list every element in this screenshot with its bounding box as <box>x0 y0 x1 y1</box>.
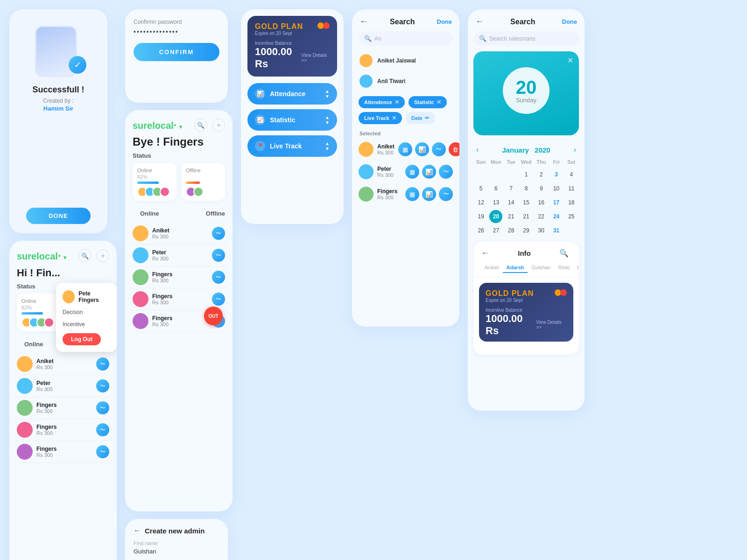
close-icon[interactable]: ✕ <box>567 56 573 65</box>
cal-cell[interactable]: 15 <box>520 196 533 209</box>
action-btn-3[interactable]: 〜 <box>439 187 453 201</box>
cal-cell[interactable]: 12 <box>474 196 487 209</box>
cal-cell[interactable] <box>474 168 487 181</box>
action-btn-1[interactable]: ▦ <box>405 187 419 201</box>
prev-month-btn[interactable]: ‹ <box>476 146 479 154</box>
cal-cell[interactable]: 27 <box>489 224 502 237</box>
sl-caret-icon[interactable]: ▾ <box>63 254 66 261</box>
cal-cell[interactable]: 16 <box>535 196 548 209</box>
back-icon[interactable]: ← <box>481 248 489 258</box>
tab-gulshan[interactable]: Gulshan <box>528 263 554 273</box>
done-button[interactable]: Done <box>437 18 452 25</box>
cal-cell[interactable]: 30 <box>535 224 548 237</box>
done-button[interactable]: DONE <box>26 208 91 224</box>
cal-cell[interactable]: 19 <box>474 210 487 223</box>
cal-cell[interactable]: 18 <box>565 196 578 209</box>
user-action-btn[interactable]: 〜 <box>96 445 109 458</box>
cal-cell[interactable]: 11 <box>565 182 578 195</box>
dropdown-decision[interactable]: Decison <box>56 306 117 318</box>
user-action-btn[interactable]: 〜 <box>212 293 225 306</box>
search-input[interactable]: Search salesmans <box>489 35 536 42</box>
next-month-btn[interactable]: › <box>574 146 576 154</box>
cal-search-input-wrap[interactable]: 🔍 Search salesmans <box>473 31 579 46</box>
action-btn-2[interactable]: 📊 <box>415 142 429 156</box>
edit-icon[interactable]: ✏ <box>425 115 430 121</box>
cal-cell[interactable]: 29 <box>520 224 533 237</box>
search-result-anil[interactable]: Anil Tiwari <box>352 71 459 91</box>
cal-cell[interactable]: 25 <box>565 210 578 223</box>
user-action-btn[interactable]: 〜 <box>96 357 109 371</box>
cal-cell[interactable] <box>565 224 578 237</box>
attendence-chip[interactable]: Attendence ✕ <box>359 96 405 108</box>
cal-cell[interactable]: 1 <box>520 168 533 181</box>
back-icon[interactable]: ← <box>475 17 484 27</box>
search-input[interactable]: An <box>374 35 381 42</box>
chip-close-icon[interactable]: ✕ <box>395 99 399 105</box>
user-action-btn[interactable]: 〜 <box>212 271 225 284</box>
done-button[interactable]: Done <box>562 18 578 25</box>
cal-cell[interactable]: 28 <box>505 224 518 237</box>
search-icon[interactable]: 🔍 <box>194 119 207 132</box>
livetrack-chip[interactable]: Live Track ✕ <box>359 112 402 124</box>
search-icon[interactable]: 🔍 <box>559 249 569 258</box>
search-input-wrap[interactable]: 🔍 An <box>359 31 453 46</box>
cal-cell[interactable]: 24 <box>550 210 563 223</box>
cal-cell[interactable]: 7 <box>505 182 518 195</box>
date-chip[interactable]: Date ✏ <box>406 112 435 124</box>
action-btn-3[interactable]: 〜 <box>439 165 453 179</box>
cal-cell[interactable]: 10 <box>550 182 563 195</box>
cal-cell[interactable] <box>489 168 502 181</box>
back-icon[interactable]: ← <box>359 17 368 27</box>
add-icon[interactable]: ＋ <box>96 249 109 262</box>
livetrack-menu-item[interactable]: 📍 Live Track ▲ ▼ <box>247 135 337 157</box>
user-action-btn[interactable]: 〜 <box>212 249 225 262</box>
cal-cell[interactable]: 3 <box>550 168 563 181</box>
attendance-menu-item[interactable]: 📊 Attendance ▲ ▼ <box>247 83 337 105</box>
dropdown-incentive[interactable]: Incentive <box>56 318 117 330</box>
tab-rinki[interactable]: Rinki <box>554 263 573 273</box>
logout-button[interactable]: Log Out <box>63 333 101 345</box>
statistic-menu-item[interactable]: 📈 Statistic ▲ ▼ <box>247 109 337 131</box>
cal-cell[interactable]: 31 <box>550 224 563 237</box>
user-action-btn[interactable]: 〜 <box>96 423 109 436</box>
search-icon[interactable]: 🔍 <box>78 249 92 262</box>
tab-adarsh[interactable]: Adarsh <box>503 263 528 273</box>
tab-more[interactable]: Han... <box>573 263 579 273</box>
cal-cell[interactable]: 21 <box>520 210 533 223</box>
cal-cell[interactable]: 2 <box>535 168 548 181</box>
view-details-btn[interactable]: View Details >> <box>301 53 330 63</box>
cal-cell[interactable]: 6 <box>489 182 502 195</box>
cal-cell[interactable]: 14 <box>505 196 518 209</box>
user-action-btn[interactable]: 〜 <box>96 401 109 414</box>
chip-close-icon[interactable]: ✕ <box>392 115 396 121</box>
first-name-value[interactable]: Gulshan <box>134 548 219 555</box>
cal-cell[interactable] <box>505 168 518 181</box>
add-icon[interactable]: ＋ <box>212 119 225 132</box>
chip-close-icon[interactable]: ✕ <box>437 99 441 105</box>
cal-cell[interactable]: 4 <box>565 168 578 181</box>
statistic-chip[interactable]: Statistic ✕ <box>409 96 447 108</box>
back-icon[interactable]: ← <box>134 526 141 535</box>
user-action-btn[interactable]: 〜 OUT <box>212 315 225 328</box>
action-btn-2[interactable]: 📊 <box>422 187 436 201</box>
tab-aniket[interactable]: Aniket <box>481 263 503 273</box>
user-action-btn[interactable]: 〜 <box>96 379 109 392</box>
cal-cell[interactable]: 26 <box>474 224 487 237</box>
action-btn-2[interactable]: 📊 <box>422 165 436 179</box>
cal-cell[interactable]: 21 <box>505 210 518 223</box>
cal-cell[interactable]: 5 <box>474 182 487 195</box>
cal-cell[interactable]: 17 <box>550 196 563 209</box>
confirm-button[interactable]: CONFIRM <box>134 43 219 61</box>
cal-cell[interactable]: 8 <box>520 182 533 195</box>
cal-cell[interactable]: 13 <box>489 196 502 209</box>
action-btn-1[interactable]: ▦ <box>405 165 419 179</box>
cal-cell-today[interactable]: 20 <box>489 210 502 223</box>
view-details-btn[interactable]: View Details >> <box>536 320 567 330</box>
action-btn-1[interactable]: ▦ <box>398 142 412 156</box>
user-action-btn[interactable]: 〜 <box>212 227 225 240</box>
delete-btn[interactable]: 🗑 <box>449 142 459 156</box>
cal-cell[interactable]: 22 <box>535 210 548 223</box>
action-btn-3[interactable]: 〜 <box>432 142 446 156</box>
cal-cell[interactable]: 9 <box>535 182 548 195</box>
search-result-aniket[interactable]: Aniket Jaiswal <box>352 50 459 71</box>
